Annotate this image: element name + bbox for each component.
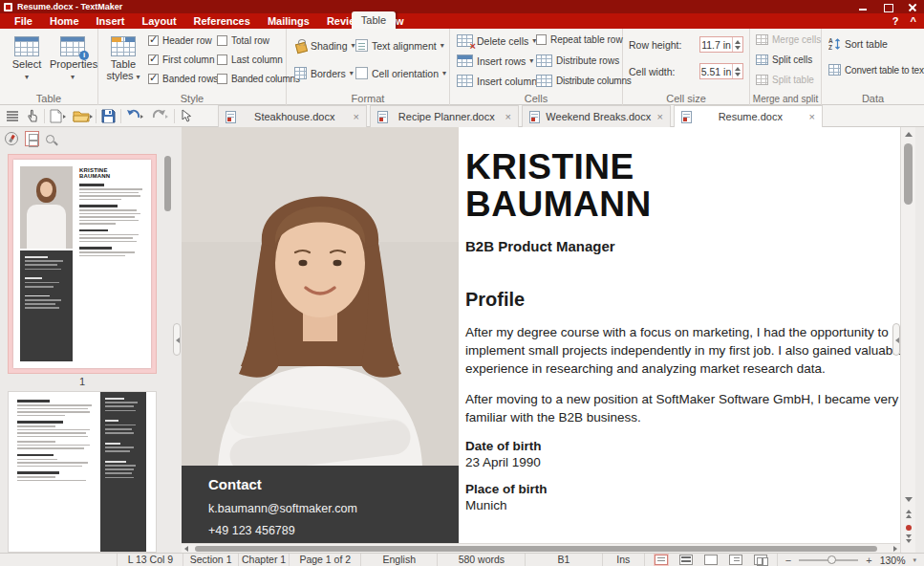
menu-layout[interactable]: Layout	[133, 13, 184, 29]
checkbox-total-row[interactable]: Total row	[217, 35, 269, 46]
insert-rows-button[interactable]: Insert rows ▾	[457, 54, 533, 67]
new-document-icon[interactable]	[50, 109, 67, 125]
checkbox-icon	[148, 35, 159, 46]
two-page-view-icon[interactable]	[754, 555, 767, 565]
distribute-columns-button[interactable]: Distribute columns	[536, 75, 632, 87]
thumbnail-page-2[interactable]	[8, 391, 157, 553]
sidebar-toggle-icon[interactable]	[6, 109, 19, 124]
doc-tab-recipe-planner[interactable]: Recipe Planner.docx ×	[370, 105, 519, 127]
minimize-icon[interactable]	[857, 2, 869, 12]
thumbnail-page-1[interactable]: KRISTINE BAUMANN	[8, 154, 157, 374]
maximize-icon[interactable]	[882, 2, 893, 12]
insert-mode-indicator[interactable]: Ins	[602, 554, 644, 566]
zoom-slider-handle[interactable]	[827, 555, 836, 564]
horizontal-scrollbar[interactable]	[182, 543, 900, 553]
zoom-slider[interactable]	[799, 559, 858, 561]
search-icon[interactable]	[46, 135, 54, 143]
checkbox-banded-rows[interactable]: Banded rows	[148, 74, 218, 84]
select-button[interactable]: Select ▾	[6, 33, 48, 83]
insert-rows-icon	[457, 54, 473, 67]
doc-tab-weekend-breaks[interactable]: Weekend Breaks.docx ×	[522, 105, 671, 127]
touch-mode-icon[interactable]	[26, 109, 39, 124]
ribbon: Select ▾ Properties ▾ Table Table styles…	[0, 29, 924, 105]
text-alignment-button[interactable]: Text alignment ▾	[355, 39, 444, 52]
undo-icon[interactable]	[126, 109, 144, 124]
page-indicator[interactable]: Page 1 of 2	[289, 554, 360, 566]
distribute-rows-button[interactable]: Distribute rows	[536, 54, 619, 67]
checkbox-first-column[interactable]: First column	[148, 54, 214, 65]
sidebar-scrollbar[interactable]	[164, 152, 171, 552]
cursor-position[interactable]: L 13 Col 9	[117, 554, 183, 566]
split-cells-button[interactable]: Split cells	[756, 54, 812, 65]
object-pointer-icon[interactable]	[181, 109, 192, 124]
scroll-right-icon[interactable]	[893, 546, 897, 552]
shading-button[interactable]: Shading ▾	[294, 39, 355, 52]
previous-object-icon[interactable]	[906, 510, 912, 518]
open-folder-icon[interactable]	[73, 109, 93, 125]
menu-file[interactable]: File	[6, 13, 41, 29]
cell-orientation-button[interactable]: Cell orientation ▾	[355, 67, 446, 79]
doc-tab-steakhouse[interactable]: Steakhouse.docx ×	[218, 105, 367, 127]
collapse-ribbon-icon[interactable]: ^	[911, 15, 916, 27]
sort-table-button[interactable]: A Z Sort table	[828, 37, 888, 51]
chapter-indicator[interactable]: Chapter 1	[238, 554, 290, 566]
menu-insert[interactable]: Insert	[88, 13, 134, 29]
borders-button[interactable]: Borders ▾	[294, 67, 354, 79]
close-icon[interactable]	[907, 2, 918, 12]
group-label-table: Table	[0, 93, 97, 104]
section-indicator[interactable]: Section 1	[183, 554, 237, 566]
sidebar-collapse-handle[interactable]	[173, 323, 181, 356]
outline-view-icon[interactable]	[729, 555, 742, 565]
sidebar-scrollbar-thumb[interactable]	[164, 156, 171, 211]
zoom-menu-caret-icon[interactable]: ▾	[913, 556, 917, 564]
navigation-compass-icon[interactable]	[5, 132, 18, 145]
checkbox-header-row[interactable]: Header row	[148, 35, 212, 46]
checkbox-last-column[interactable]: Last column	[217, 54, 283, 65]
zoom-in-button[interactable]: +	[866, 555, 871, 566]
close-tab-icon[interactable]: ×	[505, 111, 511, 122]
menu-home[interactable]: Home	[41, 13, 88, 29]
document-page[interactable]: Contact k.baumann@softmaker.com +49 123 …	[182, 127, 900, 543]
zoom-level[interactable]: 130%	[880, 555, 906, 566]
close-tab-icon[interactable]: ×	[354, 111, 359, 122]
object-mode-icon[interactable]	[704, 555, 718, 565]
scroll-up-icon[interactable]	[905, 132, 913, 137]
help-icon[interactable]: ?	[892, 15, 899, 27]
delete-cells-button[interactable]: Delete cells ▾	[457, 34, 536, 47]
word-count[interactable]: 580 words	[437, 554, 525, 566]
scroll-down-icon[interactable]	[905, 497, 913, 502]
ribbon-group-data: A Z Sort table Convert table to text Dat…	[822, 29, 924, 105]
cell-width-input[interactable]: 5.51 in	[699, 63, 743, 79]
save-icon[interactable]	[101, 109, 116, 125]
row-height-spinner[interactable]	[732, 37, 742, 52]
tab-table-contextual[interactable]: Table	[352, 11, 396, 29]
app-icon	[4, 3, 12, 11]
redo-icon[interactable]	[151, 109, 169, 124]
page-thumbnails-icon[interactable]	[25, 131, 39, 146]
dropdown-caret-icon: ▾	[442, 69, 446, 77]
next-object-icon[interactable]	[906, 534, 912, 543]
horizontal-scrollbar-thumb[interactable]	[195, 546, 877, 552]
convert-table-to-text-button[interactable]: Convert table to text	[828, 64, 924, 76]
vertical-scrollbar[interactable]	[900, 127, 915, 553]
group-label-style: Style	[98, 93, 286, 104]
properties-button[interactable]: Properties ▾	[50, 33, 96, 83]
continuous-view-icon[interactable]	[679, 555, 693, 565]
table-styles-button[interactable]: Table styles ▾	[102, 33, 144, 83]
cell-width-spinner[interactable]	[732, 64, 742, 78]
right-panel-handle[interactable]	[892, 323, 900, 356]
close-tab-icon[interactable]: ×	[657, 111, 663, 122]
normal-view-icon[interactable]	[655, 555, 668, 565]
row-height-input[interactable]: 11.7 in	[699, 36, 743, 53]
close-tab-icon[interactable]: ×	[809, 111, 815, 122]
vertical-scrollbar-thumb[interactable]	[904, 143, 913, 205]
doc-tab-resume[interactable]: Resume.docx ×	[674, 105, 823, 127]
scroll-left-icon[interactable]	[184, 546, 188, 552]
zoom-out-button[interactable]: −	[785, 555, 791, 566]
menu-references[interactable]: References	[185, 13, 259, 29]
menu-mailings[interactable]: Mailings	[259, 13, 318, 29]
repeat-table-row-checkbox[interactable]: Repeat table row	[536, 34, 623, 45]
thumbnail-sidebar: KRISTINE BAUMANN 1	[0, 127, 176, 553]
browse-object-icon[interactable]	[906, 525, 912, 531]
language-indicator[interactable]: English	[360, 554, 437, 566]
